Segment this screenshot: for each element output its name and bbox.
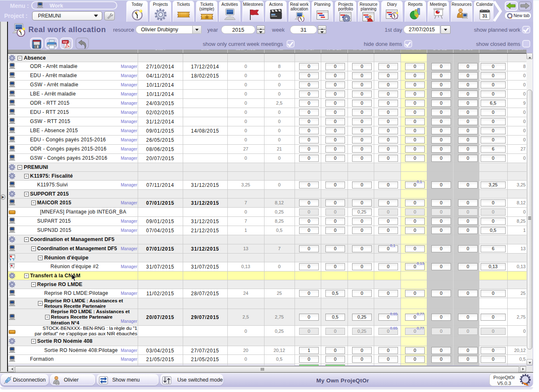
svg-text:31: 31 [482, 13, 487, 18]
svg-text:PDF: PDF [63, 41, 68, 43]
